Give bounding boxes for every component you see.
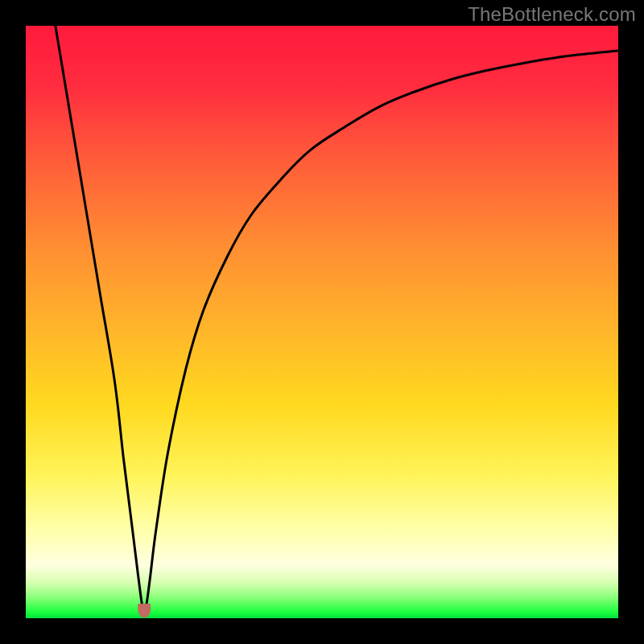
bottleneck-curve-path	[56, 26, 618, 609]
plot-area	[26, 26, 618, 618]
chart-frame: TheBottleneck.com	[0, 0, 644, 644]
watermark-text: TheBottleneck.com	[468, 3, 636, 26]
chart-svg	[26, 26, 618, 618]
minimum-marker-path	[138, 604, 151, 617]
